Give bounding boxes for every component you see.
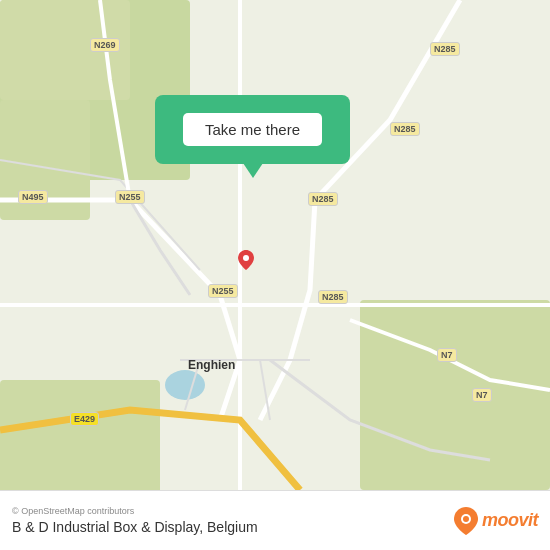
bottom-bar: © OpenStreetMap contributors B & D Indus… <box>0 490 550 550</box>
map-pin <box>238 250 254 270</box>
road-label-e429: E429 <box>70 412 99 426</box>
road-label-n285d: N285 <box>318 290 348 304</box>
road-label-n7a: N7 <box>437 348 457 362</box>
place-name: B & D Industrial Box & Display, Belgium <box>12 519 258 535</box>
moovit-pin-icon <box>454 507 478 535</box>
road-label-n7b: N7 <box>472 388 492 402</box>
cta-bubble[interactable]: Take me there <box>155 95 350 164</box>
town-label: Enghien <box>188 358 235 372</box>
road-label-n285b: N285 <box>390 122 420 136</box>
take-me-there-button[interactable]: Take me there <box>183 113 322 146</box>
road-label-n255b: N255 <box>208 284 238 298</box>
road-label-n269: N269 <box>90 38 120 52</box>
road-label-n495: N495 <box>18 190 48 204</box>
road-label-n285a: N285 <box>430 42 460 56</box>
svg-point-6 <box>243 255 249 261</box>
moovit-text: moovit <box>482 510 538 531</box>
svg-point-8 <box>463 516 469 522</box>
road-label-n255a: N255 <box>115 190 145 204</box>
map-view: N269 N285 N285 N285 N285 N255 N255 N495 … <box>0 0 550 490</box>
road-label-n285c: N285 <box>308 192 338 206</box>
moovit-logo: moovit <box>454 507 538 535</box>
bottom-info: © OpenStreetMap contributors B & D Indus… <box>12 506 258 535</box>
attribution-text: © OpenStreetMap contributors <box>12 506 258 516</box>
